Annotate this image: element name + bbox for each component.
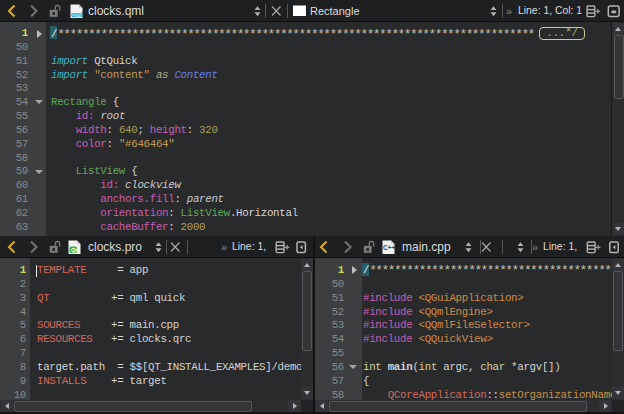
- svg-text:»: »: [532, 241, 538, 253]
- svg-text:»: »: [506, 5, 512, 17]
- svg-text:Qt: Qt: [71, 247, 77, 253]
- svg-text:qml: qml: [71, 11, 83, 19]
- svg-text:»: »: [221, 241, 227, 253]
- svg-text:C++: C++: [383, 244, 395, 251]
